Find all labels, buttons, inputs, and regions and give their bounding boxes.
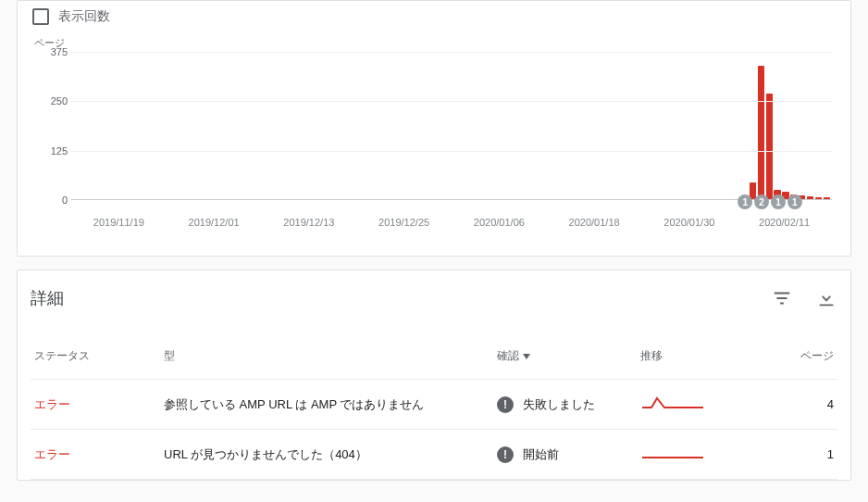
chart-plot [71,52,832,200]
col-trend-header[interactable]: 推移 [637,333,762,380]
type-cell: 参照している AMP URL は AMP ではありません [160,380,493,430]
trend-cell [637,380,762,430]
chart-area: 0125250375 1211 2019/11/192019/12/012019… [31,52,837,237]
col-validation-label: 確認 [497,348,519,364]
pages-cell: 1 [762,430,837,480]
table-row[interactable]: エラーURL が見つかりませんでした（404）!開始前1 [31,430,837,480]
status-cell: エラー [31,380,160,430]
x-tick-label: 2020/02/11 [759,217,810,228]
x-tick-label: 2020/01/18 [569,217,620,228]
y-tick-label: 250 [31,95,68,107]
col-type-header[interactable]: 型 [160,333,493,380]
validation-cell: !失敗しました [493,380,637,430]
impressions-checkbox-row[interactable]: 表示回数 [31,5,837,36]
x-tick-label: 2020/01/06 [474,217,525,228]
status-cell: エラー [31,430,160,480]
x-tick-label: 2019/12/25 [378,217,429,228]
alert-icon: ! [497,396,514,413]
chart-card: 表示回数 ページ 0125250375 1211 2019/11/192019/… [17,0,851,257]
impressions-label: 表示回数 [58,8,110,25]
validation-cell: !開始前 [493,430,637,480]
y-tick-label: 125 [31,145,68,157]
chart-y-axis-title: ページ [34,36,837,50]
col-status-header[interactable]: ステータス [31,333,160,380]
trend-cell [637,430,762,480]
col-validation-header[interactable]: 確認 [493,333,637,380]
details-card: 詳細 ステータス 型 確認 推移 ページ [17,270,851,481]
col-pages-header[interactable]: ページ [762,333,837,380]
details-table: ステータス 型 確認 推移 ページ エラー参照している AMP URL は AM… [31,333,837,480]
type-cell: URL が見つかりませんでした（404） [160,430,493,480]
impressions-checkbox[interactable] [32,8,49,25]
validation-text: 開始前 [523,446,559,463]
details-title: 詳細 [31,287,64,309]
y-tick-label: 375 [31,46,68,57]
validation-text: 失敗しました [523,396,595,413]
x-tick-label: 2019/11/19 [93,217,144,228]
chart-bar [758,66,764,200]
alert-icon: ! [497,446,514,463]
filter-icon[interactable] [771,287,793,309]
sort-descending-icon [523,354,530,359]
download-icon[interactable] [815,287,837,309]
table-row[interactable]: エラー参照している AMP URL は AMP ではありません!失敗しました4 [31,380,837,430]
table-header-row: ステータス 型 確認 推移 ページ [31,333,837,380]
pages-cell: 4 [762,380,837,430]
chart-bar [766,94,773,200]
x-tick-label: 2020/01/30 [663,217,714,228]
y-tick-label: 0 [31,195,68,206]
x-tick-label: 2019/12/13 [283,217,334,228]
x-tick-label: 2019/12/01 [189,217,240,228]
